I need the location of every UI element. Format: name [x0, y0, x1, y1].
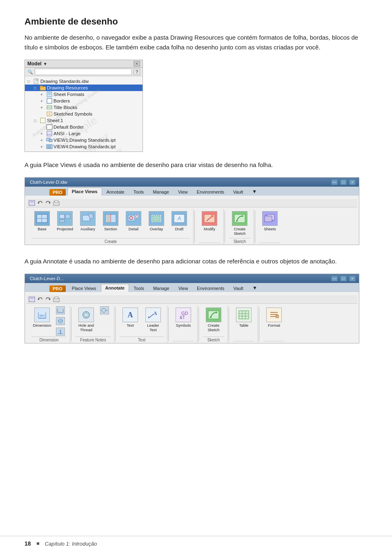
btn-section[interactable]: Section: [100, 209, 121, 233]
btn-text[interactable]: A Text: [120, 305, 141, 330]
expander-icon: □: [34, 118, 40, 123]
print-icon2: [53, 296, 60, 303]
question-icon: ?: [134, 69, 140, 75]
model-panel: Model ▼ × 🔍 ? □: [24, 60, 143, 152]
svg-point-56: [242, 215, 243, 217]
tab2-vault[interactable]: Vault: [229, 284, 248, 292]
dim-s2-svg: [56, 317, 65, 325]
tab-environments[interactable]: Environments: [192, 188, 229, 196]
group-text: A Text A: [116, 305, 167, 343]
close-btn2[interactable]: ×: [349, 276, 356, 281]
btn-create-sketch2[interactable]: CreateSketch: [203, 305, 224, 334]
btn-detail[interactable]: Detail: [123, 209, 144, 233]
btn-projected[interactable]: Projected: [54, 209, 76, 233]
tab-annotate[interactable]: Annotate: [102, 188, 129, 196]
ribbon1-body: Base Projected: [25, 196, 359, 245]
btn-sheets[interactable]: Sheets: [259, 209, 281, 233]
btn-format[interactable]: Format: [263, 305, 285, 330]
btn-modify[interactable]: Modify: [199, 209, 220, 233]
maximize-btn2[interactable]: □: [340, 276, 347, 281]
tree-item-view1[interactable]: + VIEW1:Drawing Standards.ipt: [25, 137, 143, 143]
save-icon: [28, 200, 36, 206]
ribbon2-titlebar: Clutch-Lever-D... — □ ×: [25, 274, 359, 283]
create-sketch2-icon: [206, 308, 221, 322]
separator2: [225, 211, 225, 243]
tab2-environments[interactable]: Environments: [192, 284, 229, 292]
tab2-extra[interactable]: ▼: [248, 283, 262, 292]
tab2-tools[interactable]: Tools: [129, 284, 149, 292]
btn-base[interactable]: Base: [31, 209, 53, 233]
minimize-btn[interactable]: —: [331, 179, 338, 185]
svg-rect-36: [65, 214, 70, 218]
maximize-btn[interactable]: □: [340, 179, 347, 185]
btn-create-sketch[interactable]: CreateSketch: [229, 209, 250, 238]
tab-view[interactable]: View: [174, 188, 192, 196]
table-group-label: [233, 341, 254, 343]
tab2-manage[interactable]: Manage: [149, 284, 174, 292]
tree-item-label: Sheet Formats: [53, 92, 84, 97]
btn-auxiliary[interactable]: Auxiliary: [77, 209, 98, 233]
view1-icon: [46, 137, 53, 143]
sep-r2-2: [115, 307, 116, 341]
hole-thread-icon: [78, 308, 94, 322]
save-icon2: [28, 296, 36, 303]
undo-icon2: [36, 296, 44, 303]
tree-item-view4[interactable]: + VIEW4:Drawing Standards.ipt: [25, 143, 143, 150]
tab-tools[interactable]: Tools: [129, 188, 149, 196]
create-sketch2-label: CreateSketch: [207, 323, 219, 332]
tree-item-drawing-resources[interactable]: □ Drawing Resources: [25, 85, 143, 91]
pro-badge2: PRO: [49, 285, 66, 292]
btn-fn-small1[interactable]: [98, 305, 111, 315]
tab2-annotate[interactable]: Annotate: [101, 284, 129, 292]
separator1: [194, 211, 195, 243]
expander-icon: +: [40, 145, 46, 149]
btn-leader-text[interactable]: A LeaderText: [143, 305, 164, 334]
tree-item-default-border[interactable]: Default Border: [25, 124, 143, 130]
tree-item-sketched-symbols[interactable]: S Sketched Symbols: [25, 111, 143, 117]
ansi-icon: [46, 131, 53, 136]
btn-draft[interactable]: A Draft: [169, 209, 190, 233]
btn-dim-small2[interactable]: [54, 316, 67, 326]
tree-item-sheet1[interactable]: □ Sheet:1: [25, 117, 143, 124]
group-create-items: Base Projected: [31, 209, 190, 238]
tab-vault[interactable]: Vault: [229, 188, 247, 196]
format-label: Format: [268, 323, 280, 328]
tab-place-views[interactable]: Place Views: [67, 187, 102, 196]
tab2-view[interactable]: View: [174, 284, 193, 292]
tree-item-title-blocks[interactable]: + Title Blocks: [25, 104, 143, 111]
tree-item-ansi-large[interactable]: + ANSI - Large: [25, 130, 143, 137]
svg-rect-18: [49, 139, 52, 142]
tree-item-sheet-formats[interactable]: + Sheet Formats: [25, 91, 143, 98]
btn-symbols[interactable]: GD &T Symbols: [173, 305, 194, 330]
expander-icon: □: [34, 86, 40, 90]
tab-manage[interactable]: Manage: [148, 188, 174, 196]
btn-dim-small3[interactable]: [54, 327, 67, 337]
btn-overlay[interactable]: Overlay: [146, 209, 167, 233]
tree-item[interactable]: □ Drawing Standards.idw: [25, 78, 143, 85]
undo-icon: [36, 200, 44, 206]
btn-dim-small1[interactable]: [54, 305, 67, 315]
close-btn[interactable]: ×: [349, 179, 356, 185]
expander-icon: +: [40, 99, 46, 103]
svg-rect-8: [47, 98, 52, 103]
btn-dimension[interactable]: dim Dimension: [31, 305, 53, 330]
section-icon: [103, 211, 118, 226]
search-input[interactable]: [35, 69, 132, 75]
sheet1-icon: [40, 118, 46, 123]
minimize-btn2[interactable]: —: [331, 276, 338, 281]
auxiliary-label: Auxiliary: [80, 227, 95, 231]
text-label: Text: [127, 323, 134, 328]
create-group-label: Create: [31, 238, 190, 245]
tab2-place-views[interactable]: Place Views: [67, 284, 101, 292]
svg-rect-65: [55, 297, 58, 299]
btn-hole-thread[interactable]: Hole andThread: [76, 305, 97, 334]
tab-extra[interactable]: ▼: [247, 187, 261, 196]
tree-item-label: Default Border: [53, 125, 84, 129]
caption-ribbon2: A guia Annotate é usada no ambiente de d…: [24, 256, 368, 266]
model-titlebar: Model ▼ ×: [25, 60, 143, 68]
close-btn[interactable]: ×: [134, 61, 140, 67]
base-btn-svg: [36, 213, 48, 224]
tree-item-borders[interactable]: + Borders: [25, 98, 143, 104]
create-sketch-label: CreateSketch: [234, 227, 245, 236]
btn-table[interactable]: Table: [233, 305, 254, 330]
